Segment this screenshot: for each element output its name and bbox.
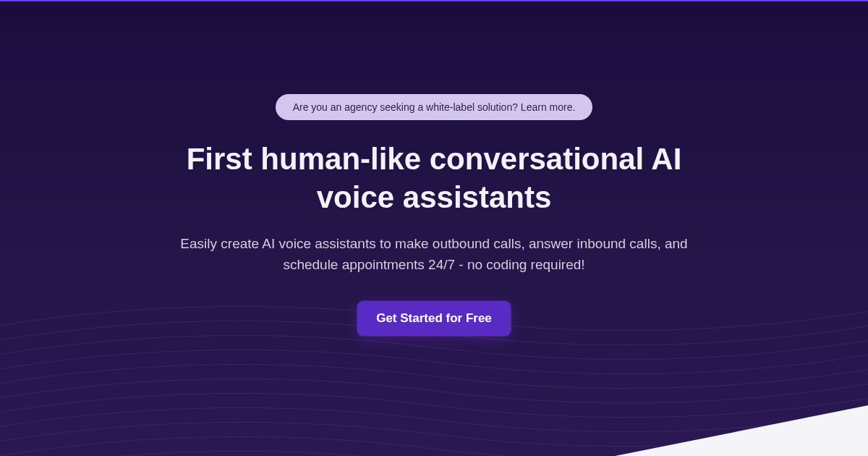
agency-pill-link[interactable]: Are you an agency seeking a white-label … [276,94,593,120]
corner-cut-decoration [615,405,868,456]
hero-section: Are you an agency seeking a white-label … [0,1,868,336]
get-started-button[interactable]: Get Started for Free [357,301,511,336]
hero-subhead: Easily create AI voice assistants to mak… [174,234,694,275]
hero-headline: First human-like conversational AI voice… [145,140,723,216]
